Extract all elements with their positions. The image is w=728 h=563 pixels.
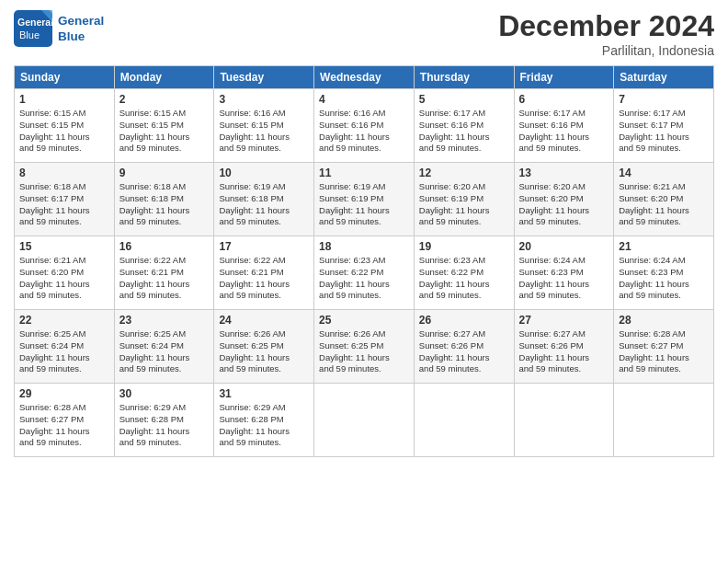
calendar-cell: 19 Sunrise: 6:23 AMSunset: 6:22 PMDaylig… [414,236,514,310]
svg-text:Blue: Blue [19,29,40,40]
calendar-table: Sunday Monday Tuesday Wednesday Thursday… [14,65,714,457]
calendar-cell: 31 Sunrise: 6:29 AMSunset: 6:28 PMDaylig… [214,384,314,457]
day-number: 5 [419,93,509,106]
day-number: 23 [119,314,210,327]
calendar-cell: 16 Sunrise: 6:22 AMSunset: 6:21 PMDaylig… [114,236,214,310]
calendar-week-row: 15 Sunrise: 6:21 AMSunset: 6:20 PMDaylig… [15,236,714,310]
day-info: Sunrise: 6:25 AMSunset: 6:24 PMDaylight:… [19,328,109,375]
day-info: Sunrise: 6:28 AMSunset: 6:27 PMDaylight:… [19,402,109,449]
day-number: 10 [219,167,309,179]
calendar-cell [414,384,514,457]
day-number: 30 [119,387,210,400]
day-info: Sunrise: 6:20 AMSunset: 6:19 PMDaylight:… [419,181,509,228]
calendar-cell: 2 Sunrise: 6:15 AMSunset: 6:15 PMDayligh… [114,89,214,163]
header-friday: Friday [514,66,614,89]
day-info: Sunrise: 6:16 AMSunset: 6:16 PMDaylight:… [319,108,409,155]
day-number: 15 [19,240,109,253]
calendar-cell: 29 Sunrise: 6:28 AMSunset: 6:27 PMDaylig… [15,384,115,457]
day-info: Sunrise: 6:22 AMSunset: 6:21 PMDaylight:… [219,255,309,302]
day-number: 4 [319,93,409,106]
calendar-cell: 23 Sunrise: 6:25 AMSunset: 6:24 PMDaylig… [114,310,214,384]
day-number: 28 [619,314,709,327]
day-number: 9 [119,167,210,179]
svg-text:Blue: Blue [58,29,85,43]
calendar-cell: 6 Sunrise: 6:17 AMSunset: 6:16 PMDayligh… [514,89,614,163]
day-number: 17 [219,240,309,253]
calendar-week-row: 8 Sunrise: 6:18 AMSunset: 6:17 PMDayligh… [15,163,714,236]
svg-text:General: General [17,17,53,28]
header-wednesday: Wednesday [314,66,415,89]
calendar-cell: 30 Sunrise: 6:29 AMSunset: 6:28 PMDaylig… [114,384,214,457]
day-info: Sunrise: 6:21 AMSunset: 6:20 PMDaylight:… [19,255,109,302]
day-info: Sunrise: 6:18 AMSunset: 6:17 PMDaylight:… [19,181,109,228]
day-number: 24 [219,314,309,327]
day-number: 20 [519,240,609,253]
day-number: 21 [619,240,709,253]
calendar-cell: 5 Sunrise: 6:17 AMSunset: 6:16 PMDayligh… [414,89,514,163]
day-number: 26 [419,314,509,327]
day-info: Sunrise: 6:27 AMSunset: 6:26 PMDaylight:… [519,328,609,375]
day-number: 25 [319,314,409,327]
day-info: Sunrise: 6:17 AMSunset: 6:16 PMDaylight:… [519,108,609,155]
header-thursday: Thursday [414,66,514,89]
day-info: Sunrise: 6:16 AMSunset: 6:15 PMDaylight:… [219,108,309,155]
day-number: 2 [119,93,210,106]
calendar-cell: 3 Sunrise: 6:16 AMSunset: 6:15 PMDayligh… [214,89,314,163]
day-info: Sunrise: 6:23 AMSunset: 6:22 PMDaylight:… [319,255,409,302]
header-monday: Monday [114,66,214,89]
logo: General Blue General Blue [14,9,106,48]
calendar-cell: 8 Sunrise: 6:18 AMSunset: 6:17 PMDayligh… [15,163,115,236]
day-info: Sunrise: 6:15 AMSunset: 6:15 PMDaylight:… [119,108,210,155]
calendar-cell: 1 Sunrise: 6:15 AMSunset: 6:15 PMDayligh… [15,89,115,163]
calendar-cell: 9 Sunrise: 6:18 AMSunset: 6:18 PMDayligh… [114,163,214,236]
calendar-cell: 21 Sunrise: 6:24 AMSunset: 6:23 PMDaylig… [614,236,714,310]
calendar-cell: 13 Sunrise: 6:20 AMSunset: 6:20 PMDaylig… [514,163,614,236]
day-number: 6 [519,93,609,106]
day-info: Sunrise: 6:24 AMSunset: 6:23 PMDaylight:… [619,255,709,302]
day-number: 18 [319,240,409,253]
day-info: Sunrise: 6:17 AMSunset: 6:17 PMDaylight:… [619,108,709,155]
calendar-cell: 25 Sunrise: 6:26 AMSunset: 6:25 PMDaylig… [314,310,415,384]
calendar-cell: 27 Sunrise: 6:27 AMSunset: 6:26 PMDaylig… [514,310,614,384]
day-info: Sunrise: 6:23 AMSunset: 6:22 PMDaylight:… [419,255,509,302]
day-info: Sunrise: 6:17 AMSunset: 6:16 PMDaylight:… [419,108,509,155]
calendar-cell: 26 Sunrise: 6:27 AMSunset: 6:26 PMDaylig… [414,310,514,384]
day-info: Sunrise: 6:22 AMSunset: 6:21 PMDaylight:… [119,255,210,302]
header-tuesday: Tuesday [214,66,314,89]
calendar-week-row: 1 Sunrise: 6:15 AMSunset: 6:15 PMDayligh… [15,89,714,163]
calendar-cell: 17 Sunrise: 6:22 AMSunset: 6:21 PMDaylig… [214,236,314,310]
location: Parlilitan, Indonesia [498,43,714,58]
header-sunday: Sunday [15,66,115,89]
day-number: 11 [319,167,409,179]
day-number: 29 [19,387,109,400]
day-number: 7 [619,93,709,106]
calendar-cell: 20 Sunrise: 6:24 AMSunset: 6:23 PMDaylig… [514,236,614,310]
calendar-cell: 24 Sunrise: 6:26 AMSunset: 6:25 PMDaylig… [214,310,314,384]
day-info: Sunrise: 6:21 AMSunset: 6:20 PMDaylight:… [619,181,709,228]
title-block: December 2024 Parlilitan, Indonesia [498,9,714,58]
day-info: Sunrise: 6:20 AMSunset: 6:20 PMDaylight:… [519,181,609,228]
logo-svg: General Blue General Blue [14,9,106,48]
calendar-cell: 11 Sunrise: 6:19 AMSunset: 6:19 PMDaylig… [314,163,415,236]
calendar-week-row: 29 Sunrise: 6:28 AMSunset: 6:27 PMDaylig… [15,384,714,457]
day-info: Sunrise: 6:26 AMSunset: 6:25 PMDaylight:… [319,328,409,375]
header: General Blue General Blue December 2024 … [14,9,714,58]
day-info: Sunrise: 6:15 AMSunset: 6:15 PMDaylight:… [19,108,109,155]
calendar-cell: 28 Sunrise: 6:28 AMSunset: 6:27 PMDaylig… [614,310,714,384]
calendar-cell: 4 Sunrise: 6:16 AMSunset: 6:16 PMDayligh… [314,89,415,163]
calendar-cell: 10 Sunrise: 6:19 AMSunset: 6:18 PMDaylig… [214,163,314,236]
svg-text:General: General [58,14,104,28]
calendar-cell [314,384,415,457]
calendar-week-row: 22 Sunrise: 6:25 AMSunset: 6:24 PMDaylig… [15,310,714,384]
day-number: 13 [519,167,609,179]
day-number: 1 [19,93,109,106]
day-number: 12 [419,167,509,179]
day-number: 3 [219,93,309,106]
header-saturday: Saturday [614,66,714,89]
day-info: Sunrise: 6:29 AMSunset: 6:28 PMDaylight:… [119,402,210,449]
day-info: Sunrise: 6:28 AMSunset: 6:27 PMDaylight:… [619,328,709,375]
day-info: Sunrise: 6:19 AMSunset: 6:18 PMDaylight:… [219,181,309,228]
day-info: Sunrise: 6:27 AMSunset: 6:26 PMDaylight:… [419,328,509,375]
day-info: Sunrise: 6:29 AMSunset: 6:28 PMDaylight:… [219,402,309,449]
month-title: December 2024 [498,9,714,43]
